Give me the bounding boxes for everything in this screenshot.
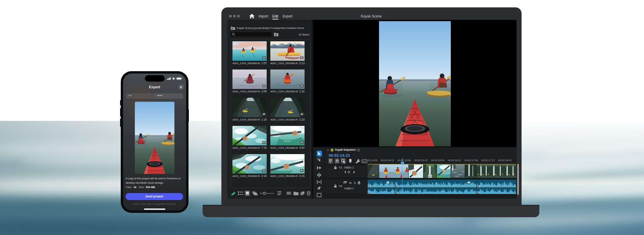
svg-text:fx: fx	[391, 181, 393, 184]
svg-text:M: M	[349, 181, 352, 185]
svg-text:S: S	[354, 181, 356, 185]
svg-text:fx: fx	[472, 181, 474, 184]
svg-text:CC: CC	[363, 160, 366, 162]
